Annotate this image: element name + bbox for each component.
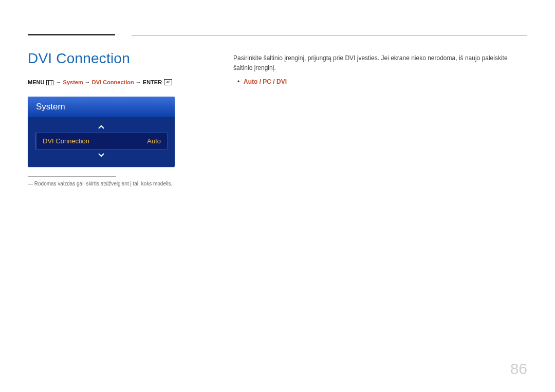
opt-sep2: / [271, 78, 276, 85]
osd-body: DVI Connection Auto [28, 117, 175, 167]
enter-icon [164, 79, 172, 86]
rule-long [132, 35, 527, 35]
opt-dvi: DVI [276, 78, 287, 85]
footnote-rule [28, 176, 116, 177]
arrow-2: → [85, 79, 92, 85]
osd-row-selected[interactable]: DVI Connection Auto [35, 133, 168, 150]
osd-up[interactable] [35, 121, 168, 133]
osd-row-label: DVI Connection [43, 137, 89, 145]
path-menu: MENU [28, 79, 44, 85]
rule-short [28, 34, 115, 35]
path-system: System [63, 79, 83, 85]
svg-rect-0 [47, 81, 53, 85]
osd-down[interactable] [35, 150, 168, 161]
description-text: Pasirinkite šaltinio įrenginį, prijungtą… [233, 53, 527, 73]
menu-path: MENU → System → DVI Connection → ENTER [28, 79, 229, 86]
path-enter: ENTER [143, 79, 162, 85]
osd-row-value: Auto [147, 137, 161, 145]
osd-header: System [28, 97, 175, 117]
osd-panel: System DVI Connection Auto [28, 97, 175, 167]
page-number: 86 [510, 360, 527, 378]
footnote-text: Rodomas vaizdas gali skirtis atsižvelgia… [28, 181, 229, 186]
opt-pc: PC [263, 78, 271, 85]
menu-icon [46, 80, 53, 86]
opt-sep1: / [257, 78, 263, 85]
section-title: DVI Connection [28, 50, 229, 67]
arrow-1: → [56, 79, 63, 85]
opt-auto: Auto [244, 78, 257, 85]
arrow-3: → [136, 79, 143, 85]
path-dvi: DVI Connection [92, 79, 134, 85]
options-line: Auto / PC / DVI [244, 78, 527, 85]
